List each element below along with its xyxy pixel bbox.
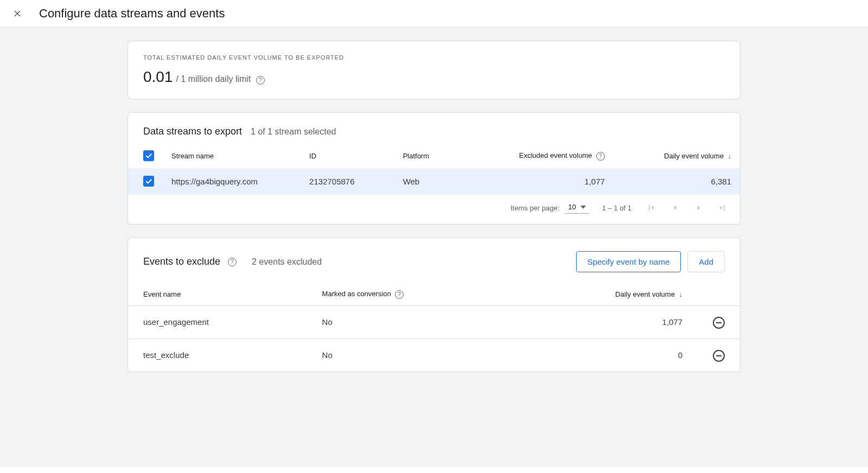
- stream-id: 2132705876: [301, 168, 394, 195]
- stream-excluded: 1,077: [459, 168, 614, 195]
- streams-subtitle: 1 of 1 stream selected: [251, 127, 336, 137]
- add-button[interactable]: Add: [687, 251, 725, 272]
- volume-value: 0.01: [143, 68, 173, 86]
- event-conversion: No: [307, 338, 516, 372]
- col-event-name[interactable]: Event name: [128, 283, 307, 305]
- items-per-page-select[interactable]: 10: [565, 202, 589, 214]
- items-per-page-label: Items per page:: [510, 204, 559, 212]
- volume-label: TOTAL ESTIMATED DAILY EVENT VOLUME TO BE…: [143, 54, 725, 61]
- help-icon[interactable]: ?: [228, 258, 237, 266]
- streams-table: Stream name ID Platform Excluded event v…: [128, 144, 740, 195]
- events-exclude-card: Events to exclude ? 2 events excluded Sp…: [127, 238, 741, 372]
- next-page-button[interactable]: [692, 201, 705, 214]
- remove-icon[interactable]: [713, 350, 725, 362]
- exclude-subtitle: 2 events excluded: [252, 257, 322, 267]
- exclude-row: test_exclude No 0: [128, 338, 740, 372]
- prev-page-button[interactable]: [668, 201, 681, 214]
- col-stream-name[interactable]: Stream name: [163, 144, 301, 168]
- event-daily: 0: [516, 338, 698, 372]
- last-page-button[interactable]: [716, 201, 729, 214]
- volume-card: TOTAL ESTIMATED DAILY EVENT VOLUME TO BE…: [127, 41, 741, 99]
- specify-event-button[interactable]: Specify event by name: [576, 251, 681, 272]
- close-button[interactable]: [11, 7, 24, 20]
- streams-pagination: Items per page: 10 1 – 1 of 1: [128, 195, 740, 224]
- col-platform[interactable]: Platform: [394, 144, 459, 168]
- pagination-range: 1 – 1 of 1: [602, 204, 631, 212]
- chevron-down-icon: [580, 206, 586, 209]
- help-icon[interactable]: ?: [395, 290, 404, 299]
- volume-suffix: / 1 million daily limit: [176, 74, 251, 84]
- first-page-button[interactable]: [644, 201, 658, 214]
- help-icon[interactable]: ?: [256, 76, 265, 85]
- sort-desc-icon: ↓: [679, 290, 683, 298]
- stream-daily: 6,381: [614, 168, 740, 195]
- dialog-header: Configure data streams and events: [0, 0, 868, 28]
- exclude-row: user_engagement No 1,077: [128, 305, 740, 338]
- page-title: Configure data streams and events: [39, 7, 225, 21]
- stream-row[interactable]: https://ga4bigquery.com 2132705876 Web 1…: [128, 168, 740, 195]
- streams-card: Data streams to export 1 of 1 stream sel…: [127, 112, 741, 225]
- col-daily-volume[interactable]: Daily event volume ↓: [614, 144, 740, 168]
- close-icon: [12, 8, 23, 19]
- event-daily: 1,077: [516, 305, 698, 338]
- event-conversion: No: [307, 305, 516, 338]
- stream-name: https://ga4bigquery.com: [163, 168, 301, 195]
- col-marked-conversion[interactable]: Marked as conversion ?: [307, 283, 516, 305]
- col-daily-volume[interactable]: Daily event volume ↓: [516, 283, 698, 305]
- streams-title: Data streams to export: [143, 126, 242, 137]
- sort-desc-icon: ↓: [728, 152, 732, 160]
- col-id[interactable]: ID: [301, 144, 394, 168]
- exclude-table: Event name Marked as conversion ? Daily …: [128, 283, 740, 372]
- remove-icon[interactable]: [713, 317, 725, 329]
- event-name: user_engagement: [128, 305, 307, 338]
- page-body: TOTAL ESTIMATED DAILY EVENT VOLUME TO BE…: [0, 28, 868, 467]
- stream-platform: Web: [394, 168, 459, 195]
- help-icon[interactable]: ?: [596, 152, 605, 161]
- stream-checkbox[interactable]: [143, 176, 154, 187]
- select-all-checkbox[interactable]: [143, 150, 154, 161]
- exclude-title: Events to exclude: [143, 256, 220, 267]
- event-name: test_exclude: [128, 338, 307, 372]
- col-excluded-volume[interactable]: Excluded event volume ?: [459, 144, 614, 168]
